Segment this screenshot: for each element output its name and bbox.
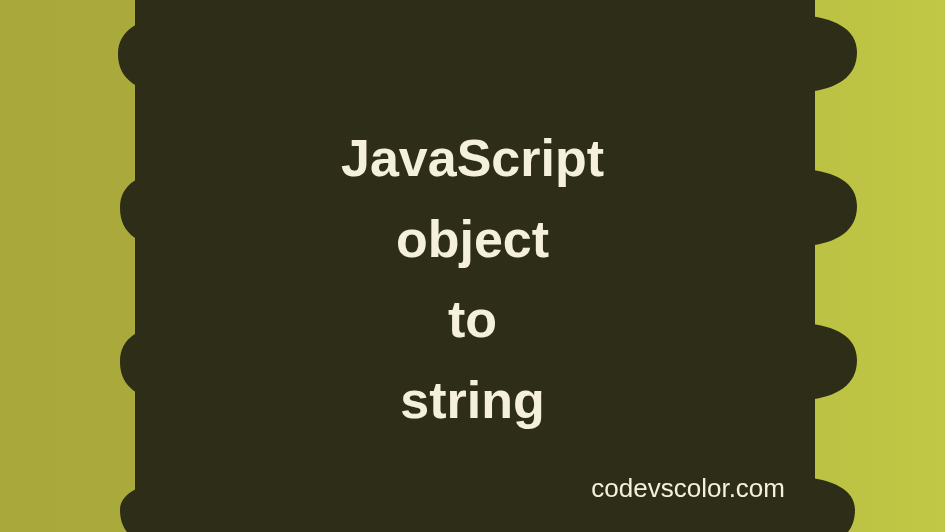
title-line-3: to — [0, 279, 945, 360]
title-line-4: string — [0, 360, 945, 441]
title-block: JavaScript object to string — [0, 118, 945, 440]
watermark-text: codevscolor.com — [591, 473, 785, 504]
banner-canvas: JavaScript object to string codevscolor.… — [0, 0, 945, 532]
title-line-2: object — [0, 199, 945, 280]
title-line-1: JavaScript — [0, 118, 945, 199]
